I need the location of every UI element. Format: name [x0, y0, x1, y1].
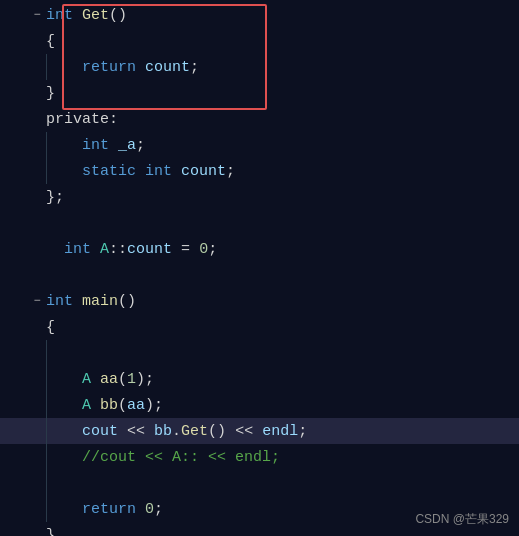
line-10-content: int A::count = 0;	[44, 241, 217, 258]
code-line-18: //cout << A:: << endl;	[0, 444, 519, 470]
line-7-content: static int count;	[44, 158, 235, 184]
line-18-content: //cout << A:: << endl;	[44, 444, 280, 470]
line-3-content: return count;	[44, 54, 199, 80]
line-15-content: A aa(1);	[44, 366, 154, 392]
code-line-4: }	[0, 80, 519, 106]
code-line-19	[0, 470, 519, 496]
code-line-1: − int Get()	[0, 2, 519, 28]
line-6-content: int _a;	[44, 132, 145, 158]
line-12-content: int main()	[44, 293, 136, 310]
line-14-content	[44, 340, 64, 366]
fold-icon-12[interactable]: −	[30, 294, 44, 308]
code-lines: − int Get() { return count;	[0, 0, 519, 536]
code-line-3: return count;	[0, 54, 519, 80]
code-line-2: {	[0, 28, 519, 54]
line-16-content: A bb(aa);	[44, 392, 163, 418]
code-line-14	[0, 340, 519, 366]
code-line-17: cout << bb.Get() << endl;	[0, 418, 519, 444]
func-get: Get	[82, 7, 109, 24]
line-2-content: {	[44, 33, 55, 50]
code-line-16: A bb(aa);	[0, 392, 519, 418]
line-8-content: };	[44, 189, 64, 206]
code-line-6: int _a;	[0, 132, 519, 158]
line-1-content: int Get()	[44, 7, 127, 24]
watermark: CSDN @芒果329	[415, 511, 509, 528]
line-13-content: {	[44, 319, 55, 336]
code-line-10: int A::count = 0;	[0, 236, 519, 262]
code-line-15: A aa(1);	[0, 366, 519, 392]
line-19-content	[44, 470, 64, 496]
line-17-content: cout << bb.Get() << endl;	[44, 418, 307, 444]
code-line-12: − int main()	[0, 288, 519, 314]
code-line-9	[0, 210, 519, 236]
keyword-int: int	[46, 7, 73, 24]
code-line-5: private:	[0, 106, 519, 132]
line-20-content: return 0;	[44, 496, 163, 522]
code-line-11	[0, 262, 519, 288]
code-line-13: {	[0, 314, 519, 340]
fold-icon-1[interactable]: −	[30, 8, 44, 22]
code-editor: − int Get() { return count;	[0, 0, 519, 536]
line-4-content: }	[44, 85, 55, 102]
code-line-7: static int count;	[0, 158, 519, 184]
code-line-8: };	[0, 184, 519, 210]
line-21-content: }	[44, 527, 55, 537]
line-5-content: private:	[44, 111, 118, 128]
